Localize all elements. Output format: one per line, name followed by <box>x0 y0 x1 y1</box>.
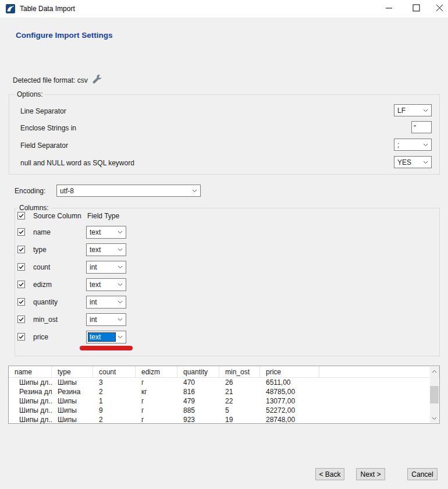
enclose-strings-input[interactable] <box>411 121 432 133</box>
col-header[interactable]: quantity <box>177 366 219 377</box>
field-type-select-price[interactable]: text <box>86 331 126 343</box>
column-label-edizm: edizm <box>33 281 52 289</box>
column-checkbox-quantity[interactable] <box>17 298 25 306</box>
encoding-label: Encoding: <box>15 187 45 195</box>
options-legend: Options: <box>15 90 45 98</box>
table-data-import-dialog: Table Data Import Configure Import Setti… <box>0 0 448 489</box>
chevron-down-icon <box>116 335 126 339</box>
line-separator-select[interactable]: LF <box>394 104 432 116</box>
table-row: Шипы дл... Шипы 2 г 923 19 28748,00 <box>9 415 439 424</box>
back-button[interactable]: < Back <box>315 468 344 480</box>
chevron-down-icon <box>116 318 126 321</box>
vertical-scrollbar[interactable] <box>430 367 439 423</box>
column-checkbox-min-ost[interactable] <box>17 316 25 323</box>
column-checkbox-name[interactable] <box>17 228 25 236</box>
column-checkbox-price[interactable] <box>17 333 25 341</box>
scrollbar-thumb[interactable] <box>430 386 439 403</box>
null-keyword-label: null and NULL word as SQL keyword <box>20 159 134 167</box>
chevron-down-icon <box>116 231 126 234</box>
chevron-down-icon <box>421 143 431 147</box>
maximize-button[interactable] <box>404 0 428 17</box>
column-label-price: price <box>33 333 48 341</box>
column-label-type: type <box>33 246 47 254</box>
field-type-select-count[interactable]: int <box>86 261 126 274</box>
title-bar: Table Data Import <box>0 0 448 17</box>
window-title: Table Data Import <box>20 5 75 13</box>
chevron-down-icon <box>116 283 126 286</box>
column-label-name: name <box>33 228 51 236</box>
chevron-down-icon <box>421 161 431 164</box>
field-separator-label: Field Separator <box>20 141 68 150</box>
column-label-count: count <box>33 263 50 271</box>
page-title: Configure Import Settings <box>16 31 113 40</box>
col-header[interactable]: min_ost <box>219 366 260 377</box>
field-type-select-edizm[interactable]: text <box>86 278 126 291</box>
cancel-button[interactable]: Cancel <box>407 468 438 480</box>
detected-format-label: Detected file format: csv <box>13 76 88 84</box>
preview-table-header: name type count edizm quantity min_ost p… <box>9 366 439 378</box>
field-type-select-type[interactable]: text <box>86 243 126 256</box>
scroll-up-icon[interactable] <box>430 367 439 375</box>
wrench-icon[interactable] <box>92 74 102 86</box>
column-label-min-ost: min_ost <box>33 316 58 324</box>
col-header[interactable]: count <box>93 366 136 377</box>
preview-table: name type count edizm quantity min_ost p… <box>8 366 440 424</box>
red-marker-annotation <box>80 346 133 350</box>
field-separator-select[interactable]: ; <box>394 139 432 151</box>
column-checkbox-type[interactable] <box>17 246 25 253</box>
column-label-quantity: quantity <box>33 298 58 306</box>
next-button[interactable]: Next > <box>356 468 385 480</box>
select-all-checkbox[interactable] <box>17 212 25 219</box>
table-row: Резина дл... Резина 2 кг 816 21 48785,00 <box>9 387 439 396</box>
field-type-select-quantity[interactable]: int <box>86 296 126 309</box>
field-type-select-min-ost[interactable]: int <box>86 313 126 326</box>
col-header[interactable]: name <box>9 366 52 377</box>
chevron-down-icon <box>190 189 200 193</box>
table-row: Шипы дл... Шипы 9 г 885 5 52272,00 <box>9 406 439 415</box>
columns-legend: Columns: <box>17 204 51 212</box>
detected-format-value: csv <box>77 76 88 84</box>
source-column-header: Source Column <box>33 212 81 220</box>
col-header[interactable]: price <box>260 366 319 377</box>
col-header[interactable]: edizm <box>136 366 177 377</box>
chevron-down-icon <box>116 265 126 269</box>
enclose-strings-label: Enclose Strings in <box>20 124 76 132</box>
maximize-icon <box>413 4 420 13</box>
minimize-button[interactable] <box>377 0 400 17</box>
chevron-down-icon <box>116 300 126 304</box>
close-button[interactable] <box>431 0 448 17</box>
null-keyword-select[interactable]: YES <box>394 156 432 168</box>
column-checkbox-count[interactable] <box>17 263 25 271</box>
table-row: Шипы дл... Шипы 3 г 470 26 6511,00 <box>9 378 439 387</box>
encoding-select[interactable]: utf-8 <box>56 185 201 197</box>
column-checkbox-edizm[interactable] <box>17 281 25 288</box>
line-separator-label: Line Separator <box>20 107 66 115</box>
columns-group: Columns: <box>15 208 440 356</box>
minimize-icon <box>385 4 393 13</box>
chevron-down-icon <box>116 248 126 251</box>
field-type-header: Field Type <box>87 212 119 220</box>
table-row: Шипы дл... Шипы 1 г 479 22 13077,00 <box>9 396 439 406</box>
field-type-select-name[interactable]: text <box>86 226 126 239</box>
close-icon <box>436 4 443 13</box>
scroll-down-icon[interactable] <box>430 414 439 423</box>
chevron-down-icon <box>421 109 431 112</box>
col-header[interactable]: type <box>52 366 93 377</box>
mysql-dolphin-icon <box>6 4 15 13</box>
